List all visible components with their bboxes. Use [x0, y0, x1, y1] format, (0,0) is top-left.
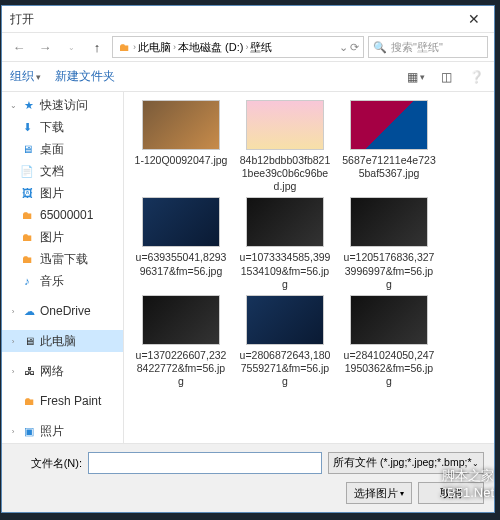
sidebar-this-pc[interactable]: ›🖥 此电脑	[2, 330, 123, 352]
file-item[interactable]: 84b12bdbb03fb8211bee39c0b6c96bed.jpg	[238, 100, 332, 193]
dialog-body: ⌄ ★ 快速访问 ⬇下载🖥桌面📄文档🖼图片🖿65000001🖿图片🖿迅雷下载♪音…	[2, 92, 494, 443]
path-dropdown-icon[interactable]: ⌄	[339, 41, 348, 54]
desktop-icon: 🖥	[20, 142, 34, 156]
sidebar-item[interactable]: 🖥桌面	[2, 138, 123, 160]
file-name: 5687e71211e4e7235baf5367.jpg	[342, 154, 436, 180]
sidebar-item-label: 65000001	[40, 208, 93, 222]
sidebar-item-label: 音乐	[40, 273, 64, 290]
sidebar-item-label: 桌面	[40, 141, 64, 158]
recent-caret[interactable]: ⌄	[60, 36, 82, 58]
sidebar-item-label: 下载	[40, 119, 64, 136]
crumb[interactable]: 本地磁盘 (D:)	[178, 40, 243, 55]
cloud-icon: ☁	[22, 304, 36, 318]
documents-icon: 📄	[20, 164, 34, 178]
titlebar: 打开 ✕	[2, 6, 494, 32]
refresh-icon[interactable]: ⟳	[350, 41, 359, 54]
thumbnail-image	[246, 197, 324, 247]
toolbar: 组织▾ 新建文件夹 ▦▾ ◫ ❔	[2, 62, 494, 92]
thumbnail-image	[350, 295, 428, 345]
sidebar-quick-access[interactable]: ⌄ ★ 快速访问	[2, 94, 123, 116]
crumb[interactable]: 此电脑	[138, 40, 171, 55]
folder-icon: 🖿	[22, 394, 36, 408]
file-item[interactable]: u=2806872643,1807559271&fm=56.jpg	[238, 295, 332, 388]
sidebar-item[interactable]: 📄文档	[2, 160, 123, 182]
file-item[interactable]: u=1073334585,3991534109&fm=56.jpg	[238, 197, 332, 290]
sidebar-item[interactable]: 🖿图片	[2, 226, 123, 248]
sidebar-item[interactable]: ♪音乐	[2, 270, 123, 292]
new-folder-button[interactable]: 新建文件夹	[55, 68, 115, 85]
download-icon: ⬇	[20, 120, 34, 134]
sidebar-freshpaint[interactable]: 🖿 Fresh Paint	[2, 390, 123, 412]
search-icon: 🔍	[373, 41, 387, 54]
preview-pane-button[interactable]: ◫	[436, 70, 456, 84]
sidebar-item[interactable]: 🖿迅雷下载	[2, 248, 123, 270]
thumbnail-image	[142, 197, 220, 247]
file-item[interactable]: u=639355041,829396317&fm=56.jpg	[134, 197, 228, 290]
navbar: ← → ⌄ ↑ 🖿 › 此电脑 › 本地磁盘 (D:) › 壁纸 ⌄⟳ 🔍 搜索…	[2, 32, 494, 62]
file-name: u=639355041,829396317&fm=56.jpg	[134, 251, 228, 277]
thumbnail-image	[142, 295, 220, 345]
sidebar-item[interactable]: 🖿65000001	[2, 204, 123, 226]
pictures-icon: 🖼	[20, 186, 34, 200]
sidebar-item-label: 图片	[40, 185, 64, 202]
chevron-down-icon: ▾	[36, 72, 41, 82]
folder-icon: 🖿	[20, 252, 34, 266]
open-button[interactable]: 选择图片▾	[346, 482, 412, 504]
file-name: 1-120Q0092047.jpg	[134, 154, 228, 167]
chevron-down-icon[interactable]: ⌄	[8, 101, 18, 110]
view-button[interactable]: ▦▾	[406, 70, 426, 84]
chevron-right-icon: ›	[133, 42, 136, 52]
sidebar: ⌄ ★ 快速访问 ⬇下载🖥桌面📄文档🖼图片🖿65000001🖿图片🖿迅雷下载♪音…	[2, 92, 124, 443]
sidebar-item-label: 文档	[40, 163, 64, 180]
folder-icon: 🖿	[117, 40, 131, 54]
window-title: 打开	[10, 11, 34, 28]
file-item[interactable]: u=1205176836,3273996997&fm=56.jpg	[342, 197, 436, 290]
file-name: u=1073334585,3991534109&fm=56.jpg	[238, 251, 332, 290]
back-button[interactable]: ←	[8, 36, 30, 58]
file-item[interactable]: 5687e71211e4e7235baf5367.jpg	[342, 100, 436, 193]
sidebar-photos[interactable]: ›▣ 照片	[2, 420, 123, 442]
file-item[interactable]: u=2841024050,2471950362&fm=56.jpg	[342, 295, 436, 388]
file-item[interactable]: 1-120Q0092047.jpg	[134, 100, 228, 193]
network-icon: 🖧	[22, 364, 36, 378]
sidebar-item-label: 图片	[40, 229, 64, 246]
chevron-right-icon: ›	[173, 42, 176, 52]
help-button[interactable]: ❔	[466, 70, 486, 84]
thumbnail-image	[246, 295, 324, 345]
sidebar-network[interactable]: ›🖧 网络	[2, 360, 123, 382]
split-caret-icon: ▾	[400, 489, 404, 498]
folder-icon: 🖿	[20, 208, 34, 222]
thumbnail-image	[142, 100, 220, 150]
file-name: u=2806872643,1807559271&fm=56.jpg	[238, 349, 332, 388]
sidebar-item[interactable]: 🖼图片	[2, 182, 123, 204]
breadcrumb[interactable]: 🖿 › 此电脑 › 本地磁盘 (D:) › 壁纸 ⌄⟳	[112, 36, 364, 58]
file-pane[interactable]: 1-120Q0092047.jpg84b12bdbb03fb8211bee39c…	[124, 92, 494, 443]
sidebar-onedrive[interactable]: ›☁ OneDrive	[2, 300, 123, 322]
filename-label: 文件名(N):	[12, 456, 82, 471]
chevron-right-icon: ›	[245, 42, 248, 52]
folder-icon: 🖿	[20, 230, 34, 244]
filename-input[interactable]	[88, 452, 322, 474]
file-item[interactable]: u=1370226607,2328422772&fm=56.jpg	[134, 295, 228, 388]
organize-button[interactable]: 组织▾	[10, 68, 41, 85]
up-button[interactable]: ↑	[86, 36, 108, 58]
search-placeholder: 搜索"壁纸"	[391, 40, 443, 55]
filetype-select[interactable]: 所有文件 (*.jpg;*.jpeg;*.bmp;* ⌄	[328, 452, 484, 474]
pc-icon: 🖥	[22, 334, 36, 348]
thumbnail-image	[350, 100, 428, 150]
file-name: u=1370226607,2328422772&fm=56.jpg	[134, 349, 228, 388]
cancel-button[interactable]: 取消	[418, 482, 484, 504]
file-name: 84b12bdbb03fb8211bee39c0b6c96bed.jpg	[238, 154, 332, 193]
crumb[interactable]: 壁纸	[250, 40, 272, 55]
search-input[interactable]: 🔍 搜索"壁纸"	[368, 36, 488, 58]
footer: 文件名(N): 所有文件 (*.jpg;*.jpeg;*.bmp;* ⌄ 选择图…	[2, 443, 494, 512]
forward-button[interactable]: →	[34, 36, 56, 58]
music-icon: ♪	[20, 274, 34, 288]
close-button[interactable]: ✕	[454, 6, 494, 32]
photos-icon: ▣	[22, 424, 36, 438]
chevron-down-icon: ⌄	[472, 459, 479, 468]
file-name: u=1205176836,3273996997&fm=56.jpg	[342, 251, 436, 290]
sidebar-item[interactable]: ⬇下载	[2, 116, 123, 138]
sidebar-item-label: 迅雷下载	[40, 251, 88, 268]
thumbnail-image	[246, 100, 324, 150]
